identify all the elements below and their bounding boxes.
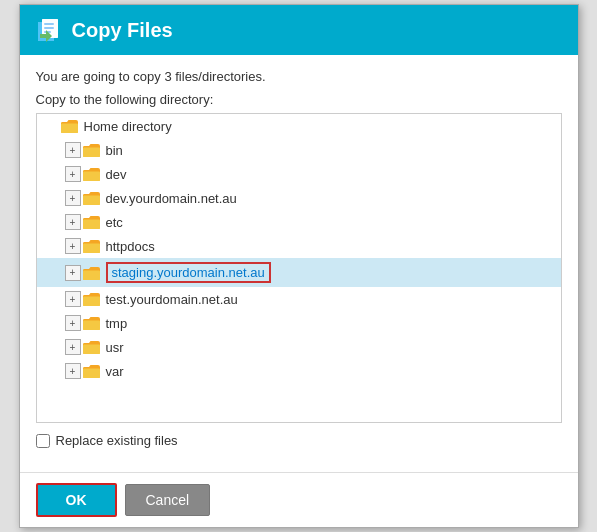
item-label: usr <box>106 340 124 355</box>
svg-rect-10 <box>61 124 78 134</box>
svg-rect-4 <box>44 23 54 25</box>
expand-icon[interactable]: + <box>65 339 81 355</box>
folder-icon <box>83 238 101 254</box>
replace-files-checkbox[interactable] <box>36 434 50 448</box>
svg-rect-25 <box>83 244 100 254</box>
dialog-body: You are going to copy 3 files/directorie… <box>20 55 578 472</box>
svg-rect-5 <box>44 27 54 29</box>
replace-files-label[interactable]: Replace existing files <box>56 433 178 448</box>
folder-icon <box>83 315 101 331</box>
folder-icon <box>83 265 101 281</box>
item-label: dev.yourdomain.net.au <box>106 191 237 206</box>
item-label: Home directory <box>84 119 172 134</box>
tree-item[interactable]: + staging.yourdomain.net.au <box>37 258 561 287</box>
item-label: bin <box>106 143 123 158</box>
copy-files-icon <box>34 16 62 44</box>
folder-icon <box>83 214 101 230</box>
svg-rect-37 <box>83 345 100 355</box>
folder-icon <box>83 166 101 182</box>
item-label: staging.yourdomain.net.au <box>112 265 265 280</box>
svg-rect-22 <box>83 220 100 230</box>
expand-icon[interactable]: + <box>65 214 81 230</box>
copy-files-dialog: Copy Files You are going to copy 3 files… <box>19 4 579 528</box>
tree-item[interactable]: + etc <box>37 210 561 234</box>
tree-item[interactable]: + var <box>37 359 561 383</box>
svg-rect-13 <box>83 148 100 158</box>
expand-icon[interactable]: + <box>65 142 81 158</box>
item-label: etc <box>106 215 123 230</box>
tree-item[interactable]: + tmp <box>37 311 561 335</box>
svg-rect-16 <box>83 172 100 182</box>
expand-icon[interactable]: + <box>65 291 81 307</box>
copy-label: Copy to the following directory: <box>36 92 562 107</box>
svg-rect-28 <box>83 270 100 280</box>
replace-files-row: Replace existing files <box>36 433 562 448</box>
cancel-button[interactable]: Cancel <box>125 484 211 516</box>
item-label: test.yourdomain.net.au <box>106 292 238 307</box>
tree-item[interactable]: + httpdocs <box>37 234 561 258</box>
item-label: tmp <box>106 316 128 331</box>
svg-rect-40 <box>83 369 100 379</box>
tree-item[interactable]: + dev.yourdomain.net.au <box>37 186 561 210</box>
expand-icon[interactable]: + <box>65 363 81 379</box>
folder-icon <box>83 142 101 158</box>
svg-rect-34 <box>83 321 100 331</box>
selected-item-border: staging.yourdomain.net.au <box>106 262 271 283</box>
folder-icon <box>83 339 101 355</box>
svg-rect-19 <box>83 196 100 206</box>
expand-icon[interactable]: + <box>65 166 81 182</box>
title-bar: Copy Files <box>20 5 578 55</box>
folder-icon <box>83 190 101 206</box>
item-label: var <box>106 364 124 379</box>
ok-button[interactable]: OK <box>36 483 117 517</box>
expand-icon[interactable]: + <box>65 315 81 331</box>
dialog-footer: OK Cancel <box>20 472 578 527</box>
dialog-title: Copy Files <box>72 19 173 42</box>
folder-icon <box>83 291 101 307</box>
tree-item[interactable]: Home directory <box>37 114 561 138</box>
expand-icon[interactable]: + <box>65 190 81 206</box>
directory-tree[interactable]: Home directory+ bin+ dev+ dev.yourdomain… <box>36 113 562 423</box>
tree-item[interactable]: + dev <box>37 162 561 186</box>
expand-icon[interactable]: + <box>65 265 81 281</box>
folder-icon <box>61 118 79 134</box>
item-label: httpdocs <box>106 239 155 254</box>
folder-icon <box>83 363 101 379</box>
tree-item[interactable]: + test.yourdomain.net.au <box>37 287 561 311</box>
info-text: You are going to copy 3 files/directorie… <box>36 69 562 84</box>
item-label: dev <box>106 167 127 182</box>
expand-icon[interactable]: + <box>65 238 81 254</box>
tree-item[interactable]: + bin <box>37 138 561 162</box>
svg-rect-31 <box>83 297 100 307</box>
tree-item[interactable]: + usr <box>37 335 561 359</box>
